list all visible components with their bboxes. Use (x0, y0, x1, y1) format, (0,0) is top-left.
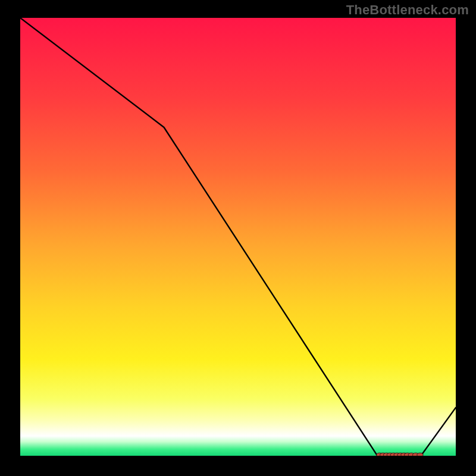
watermark-text: TheBottleneck.com (346, 2, 469, 18)
optimum-marker (417, 453, 423, 457)
chart-container: { "watermark": "TheBottleneck.com", "col… (0, 0, 476, 476)
heat-gradient-chart (0, 0, 476, 476)
optimum-markers (377, 453, 423, 457)
plot-area (20, 18, 456, 456)
